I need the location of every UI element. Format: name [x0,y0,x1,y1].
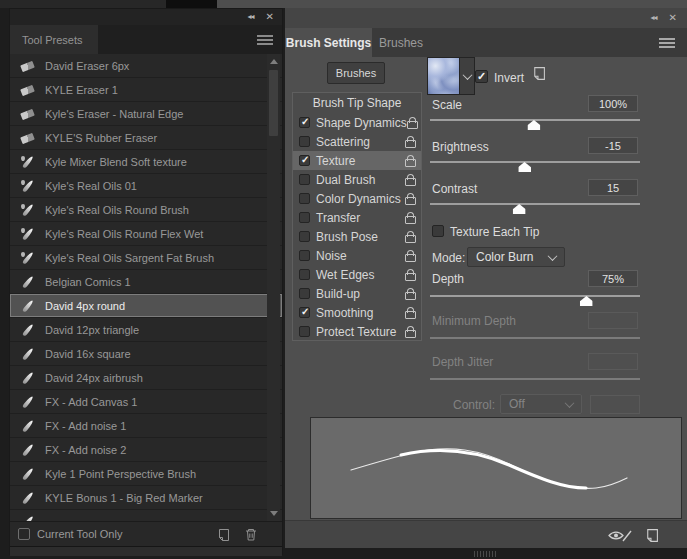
new-texture-icon[interactable] [531,66,546,81]
tool-preset-row[interactable] [10,510,282,521]
tool-preset-row[interactable]: FX - Add noise 2 [10,438,282,462]
delete-preset-icon[interactable] [244,527,258,542]
tool-preset-row[interactable]: David 4px round [10,294,282,318]
current-tool-only-checkbox[interactable] [18,528,30,540]
slider-thumb[interactable] [518,162,531,172]
slider-thumb[interactable] [513,204,526,214]
brightness-value[interactable]: -15 [588,137,638,154]
panel-resize-strip[interactable] [10,546,282,556]
tool-preset-row[interactable]: Kyle's Eraser - Natural Edge [10,102,282,126]
tool-preset-row[interactable]: David Eraser 6px [10,54,282,78]
collapse-panel-icon[interactable]: ◂◂ [248,13,254,21]
preview-toggle-eye-brush-icon[interactable] [607,528,633,543]
setting-checkbox[interactable] [299,155,310,166]
tool-preset-label: KYLE Bonus 1 - Big Red Marker [45,492,203,504]
tool-preset-row[interactable]: Kyle Mixer Blend Soft texture [10,150,282,174]
scroll-up-icon[interactable] [270,59,278,64]
contrast-value[interactable]: 15 [588,179,638,196]
texture-thumbnail[interactable] [427,57,460,95]
tool-preset-row[interactable]: FX - Add Canvas 1 [10,390,282,414]
tool-preset-row[interactable]: Kyle 1 Point Perspective Brush [10,462,282,486]
setting-checkbox[interactable] [299,117,310,128]
tab-tool-presets[interactable]: Tool Presets [10,25,98,54]
setting-checkbox[interactable] [299,269,310,280]
setting-checkbox[interactable] [299,174,310,185]
invert-checkbox[interactable] [475,70,488,83]
scrollbar-thumb[interactable] [269,70,278,136]
tool-preset-row[interactable]: Kyle's Real Oils Sargent Fat Brush [10,246,282,270]
tool-preset-row[interactable]: KYLE'S Rubber Eraser [10,126,282,150]
close-panel-icon[interactable]: ✕ [669,13,677,23]
tab-brushes[interactable]: Brushes [372,28,430,57]
brush-setting-row[interactable]: Transfer [293,208,421,227]
brush-setting-row[interactable]: Smoothing [293,303,421,322]
tool-preset-row[interactable]: KYLE Eraser 1 [10,78,282,102]
brush-setting-row[interactable]: Wet Edges [293,265,421,284]
brushes-button[interactable]: Brushes [327,62,385,84]
tool-preset-row[interactable]: Kyle's Real Oils Round Brush [10,198,282,222]
setting-label: Scattering [316,135,405,149]
setting-checkbox[interactable] [299,307,310,318]
unlock-icon[interactable] [405,307,415,319]
unlock-icon[interactable] [405,136,415,148]
tool-preset-row[interactable]: Kyle's Real Oils 01 [10,174,282,198]
depth-slider[interactable] [430,295,640,307]
tool-preset-row[interactable]: David 16x square [10,342,282,366]
close-panel-icon[interactable]: ✕ [266,12,274,22]
setting-checkbox[interactable] [299,231,310,242]
panel-menu-icon[interactable] [659,38,675,48]
brightness-slider[interactable] [430,161,640,173]
brush-setting-row[interactable]: Scattering [293,132,421,151]
depth-value[interactable]: 75% [588,270,638,287]
brush-setting-row[interactable]: Build-up [293,284,421,303]
panel-drag-grip[interactable] [474,551,497,557]
tool-preset-row[interactable]: Belgian Comics 1 [10,270,282,294]
brush-tip-shape-item[interactable]: Brush Tip Shape [293,93,421,113]
unlock-icon[interactable] [405,193,415,205]
tool-preset-row[interactable]: FX - Add noise 1 [10,414,282,438]
panel-menu-icon[interactable] [257,35,273,45]
setting-checkbox[interactable] [299,326,310,337]
brush-setting-row[interactable]: Shape Dynamics [293,113,421,132]
scale-slider[interactable] [430,119,640,131]
contrast-slider[interactable] [430,203,640,215]
setting-checkbox[interactable] [299,250,310,261]
brush-setting-row[interactable]: Color Dynamics [293,189,421,208]
chevron-down-icon [565,398,575,408]
unlock-icon[interactable] [405,174,415,186]
photoshop-panels: ◂◂ ✕ Tool Presets David Eraser 6px KYLE … [0,0,687,559]
setting-checkbox[interactable] [299,212,310,223]
brush-setting-row[interactable]: Brush Pose [293,227,421,246]
setting-checkbox[interactable] [299,288,310,299]
brush-setting-row[interactable]: Dual Brush [293,170,421,189]
unlock-icon[interactable] [405,326,415,338]
unlock-icon[interactable] [405,288,415,300]
presets-scrollbar[interactable] [267,54,280,521]
tool-preset-row[interactable]: David 12px triangle [10,318,282,342]
texture-picker-dropdown[interactable] [460,57,475,95]
brush-setting-row[interactable]: Texture [293,151,421,170]
scale-value[interactable]: 100% [588,95,638,112]
scroll-down-icon[interactable] [270,511,278,516]
unlock-icon[interactable] [405,212,415,224]
brush-setting-row[interactable]: Noise [293,246,421,265]
new-brush-icon[interactable] [644,528,659,543]
texture-each-tip-checkbox[interactable] [432,225,444,237]
tool-preset-row[interactable]: KYLE Bonus 1 - Big Red Marker [10,486,282,510]
slider-thumb[interactable] [527,120,540,130]
collapse-panel-icon[interactable]: ◂◂ [651,14,657,22]
unlock-icon[interactable] [405,155,415,167]
tool-preset-row[interactable]: David 24px airbrush [10,366,282,390]
mode-dropdown[interactable]: Color Burn [467,247,565,267]
tab-brush-settings[interactable]: Brush Settings [285,28,372,57]
setting-checkbox[interactable] [299,136,310,147]
new-preset-icon[interactable] [216,528,230,542]
slider-thumb[interactable] [580,296,593,306]
brush-setting-row[interactable]: Protect Texture [293,322,421,341]
setting-checkbox[interactable] [299,193,310,204]
unlock-icon[interactable] [405,269,415,281]
unlock-icon[interactable] [405,231,415,243]
unlock-icon[interactable] [407,117,417,129]
tool-preset-row[interactable]: Kyle's Real Oils Round Flex Wet [10,222,282,246]
unlock-icon[interactable] [405,250,415,262]
